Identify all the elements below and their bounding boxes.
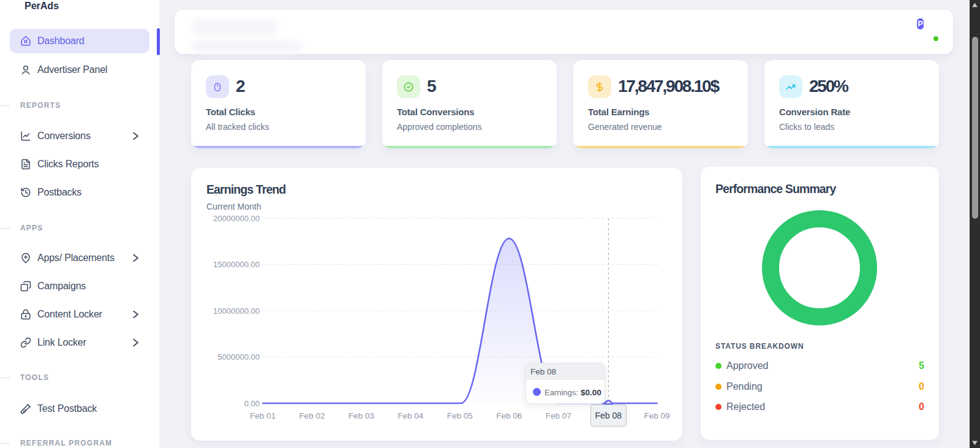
svg-text:Feb 05: Feb 05 <box>447 411 473 420</box>
svg-text:20000000.00: 20000000.00 <box>213 214 260 223</box>
svg-text:Feb 04: Feb 04 <box>398 411 424 420</box>
svg-text:Feb 09: Feb 09 <box>644 411 670 420</box>
svg-text:Feb 03: Feb 03 <box>349 411 374 420</box>
svg-text:0.00: 0.00 <box>244 399 260 408</box>
svg-text:Feb 07: Feb 07 <box>546 411 571 420</box>
svg-text:5000000.00: 5000000.00 <box>217 352 260 362</box>
svg-text:Feb 02: Feb 02 <box>299 411 325 420</box>
svg-text:Feb 01: Feb 01 <box>250 411 276 420</box>
svg-text:15000000.00: 15000000.00 <box>213 260 260 269</box>
svg-text:Feb 06: Feb 06 <box>496 411 522 420</box>
svg-text:10000000.00: 10000000.00 <box>213 306 260 316</box>
